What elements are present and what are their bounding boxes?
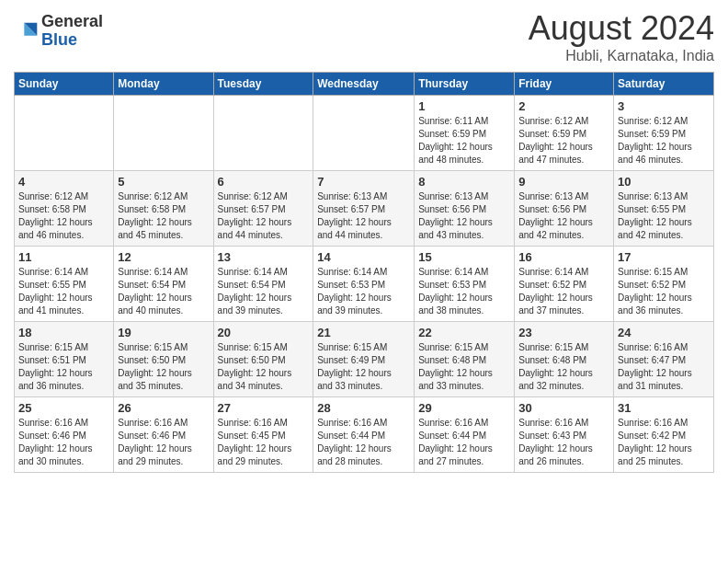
table-row: 24Sunrise: 6:16 AMSunset: 6:47 PMDayligh… [614,322,714,397]
day-number: 26 [118,401,209,415]
table-row: 8Sunrise: 6:13 AMSunset: 6:56 PMDaylight… [415,171,515,247]
location-subtitle: Hubli, Karnataka, India [529,48,714,64]
day-number: 3 [618,99,710,113]
day-number: 7 [317,175,410,189]
day-info: Sunrise: 6:12 AMSunset: 6:58 PMDaylight:… [118,190,209,242]
day-number: 28 [317,401,410,415]
day-number: 27 [218,401,310,415]
day-info: Sunrise: 6:14 AMSunset: 6:54 PMDaylight:… [218,266,310,317]
table-row: 17Sunrise: 6:15 AMSunset: 6:52 PMDayligh… [614,247,714,322]
day-number: 9 [518,175,609,189]
day-info: Sunrise: 6:14 AMSunset: 6:54 PMDaylight:… [118,266,209,317]
day-info: Sunrise: 6:15 AMSunset: 6:51 PMDaylight:… [18,341,109,393]
header-tuesday: Tuesday [213,73,313,96]
day-info: Sunrise: 6:13 AMSunset: 6:56 PMDaylight:… [418,190,510,242]
table-row: 22Sunrise: 6:15 AMSunset: 6:48 PMDayligh… [415,322,515,397]
day-info: Sunrise: 6:16 AMSunset: 6:42 PMDaylight:… [618,417,710,468]
day-number: 25 [18,401,109,415]
logo: General Blue [14,13,103,50]
day-number: 15 [418,250,510,264]
table-row [313,96,415,171]
calendar-header-row: Sunday Monday Tuesday Wednesday Thursday… [15,73,714,96]
page-container: General Blue August 2024 Hubli, Karnatak… [0,0,728,477]
day-number: 4 [18,175,109,189]
table-row: 9Sunrise: 6:13 AMSunset: 6:56 PMDaylight… [515,171,614,247]
day-number: 16 [518,250,609,264]
day-number: 18 [18,326,109,339]
table-row [15,96,114,171]
table-row: 18Sunrise: 6:15 AMSunset: 6:51 PMDayligh… [15,322,114,397]
table-row: 11Sunrise: 6:14 AMSunset: 6:55 PMDayligh… [15,247,114,322]
logo-blue-text: Blue [41,31,103,50]
table-row: 7Sunrise: 6:13 AMSunset: 6:57 PMDaylight… [313,171,415,247]
table-row: 4Sunrise: 6:12 AMSunset: 6:58 PMDaylight… [15,171,114,247]
logo-text: General Blue [41,13,103,50]
day-info: Sunrise: 6:12 AMSunset: 6:59 PMDaylight:… [618,115,710,167]
calendar-table: Sunday Monday Tuesday Wednesday Thursday… [14,72,714,473]
table-row: 31Sunrise: 6:16 AMSunset: 6:42 PMDayligh… [614,397,714,473]
day-info: Sunrise: 6:12 AMSunset: 6:58 PMDaylight:… [18,190,109,242]
day-number: 29 [418,401,510,415]
header-sunday: Sunday [15,73,114,96]
table-row: 28Sunrise: 6:16 AMSunset: 6:44 PMDayligh… [313,397,415,473]
table-row: 21Sunrise: 6:15 AMSunset: 6:49 PMDayligh… [313,322,415,397]
day-info: Sunrise: 6:14 AMSunset: 6:55 PMDaylight:… [18,266,109,317]
table-row: 20Sunrise: 6:15 AMSunset: 6:50 PMDayligh… [213,322,313,397]
day-number: 23 [518,326,609,339]
calendar-week-row: 18Sunrise: 6:15 AMSunset: 6:51 PMDayligh… [15,322,714,397]
day-number: 30 [518,401,609,415]
header-saturday: Saturday [614,73,714,96]
day-number: 21 [317,326,410,339]
header-thursday: Thursday [415,73,515,96]
table-row: 26Sunrise: 6:16 AMSunset: 6:46 PMDayligh… [114,397,213,473]
day-info: Sunrise: 6:15 AMSunset: 6:52 PMDaylight:… [618,266,710,317]
day-info: Sunrise: 6:16 AMSunset: 6:44 PMDaylight:… [418,417,510,468]
day-number: 22 [418,326,510,339]
table-row: 12Sunrise: 6:14 AMSunset: 6:54 PMDayligh… [114,247,213,322]
day-info: Sunrise: 6:16 AMSunset: 6:44 PMDaylight:… [317,417,410,468]
day-number: 17 [618,250,710,264]
day-number: 20 [218,326,310,339]
day-info: Sunrise: 6:13 AMSunset: 6:57 PMDaylight:… [317,190,410,242]
logo-icon [16,18,41,44]
header-friday: Friday [515,73,614,96]
calendar-week-row: 25Sunrise: 6:16 AMSunset: 6:46 PMDayligh… [15,397,714,473]
day-number: 2 [518,99,609,113]
table-row: 6Sunrise: 6:12 AMSunset: 6:57 PMDaylight… [213,171,313,247]
table-row: 16Sunrise: 6:14 AMSunset: 6:52 PMDayligh… [515,247,614,322]
day-info: Sunrise: 6:15 AMSunset: 6:48 PMDaylight:… [518,341,609,393]
day-number: 1 [418,99,510,113]
calendar-week-row: 1Sunrise: 6:11 AMSunset: 6:59 PMDaylight… [15,96,714,171]
table-row: 2Sunrise: 6:12 AMSunset: 6:59 PMDaylight… [515,96,614,171]
day-info: Sunrise: 6:14 AMSunset: 6:53 PMDaylight:… [418,266,510,317]
table-row: 19Sunrise: 6:15 AMSunset: 6:50 PMDayligh… [114,322,213,397]
table-row: 30Sunrise: 6:16 AMSunset: 6:43 PMDayligh… [515,397,614,473]
table-row: 14Sunrise: 6:14 AMSunset: 6:53 PMDayligh… [313,247,415,322]
table-row: 25Sunrise: 6:16 AMSunset: 6:46 PMDayligh… [15,397,114,473]
day-number: 19 [118,326,209,339]
day-info: Sunrise: 6:16 AMSunset: 6:45 PMDaylight:… [218,417,310,468]
day-number: 14 [317,250,410,264]
table-row: 27Sunrise: 6:16 AMSunset: 6:45 PMDayligh… [213,397,313,473]
day-info: Sunrise: 6:16 AMSunset: 6:43 PMDaylight:… [518,417,609,468]
day-info: Sunrise: 6:12 AMSunset: 6:57 PMDaylight:… [218,190,310,242]
day-info: Sunrise: 6:14 AMSunset: 6:52 PMDaylight:… [518,266,609,317]
header-monday: Monday [114,73,213,96]
day-number: 11 [18,250,109,264]
month-year-title: August 2024 [529,9,714,48]
day-info: Sunrise: 6:16 AMSunset: 6:46 PMDaylight:… [18,417,109,468]
day-number: 6 [218,175,310,189]
table-row: 23Sunrise: 6:15 AMSunset: 6:48 PMDayligh… [515,322,614,397]
day-info: Sunrise: 6:15 AMSunset: 6:48 PMDaylight:… [418,341,510,393]
day-number: 10 [618,175,710,189]
table-row: 5Sunrise: 6:12 AMSunset: 6:58 PMDaylight… [114,171,213,247]
day-info: Sunrise: 6:13 AMSunset: 6:55 PMDaylight:… [618,190,710,242]
day-info: Sunrise: 6:15 AMSunset: 6:50 PMDaylight:… [118,341,209,393]
table-row [213,96,313,171]
title-area: August 2024 Hubli, Karnataka, India [529,9,714,64]
day-number: 8 [418,175,510,189]
day-info: Sunrise: 6:14 AMSunset: 6:53 PMDaylight:… [317,266,410,317]
table-row: 29Sunrise: 6:16 AMSunset: 6:44 PMDayligh… [415,397,515,473]
day-info: Sunrise: 6:15 AMSunset: 6:49 PMDaylight:… [317,341,410,393]
day-info: Sunrise: 6:11 AMSunset: 6:59 PMDaylight:… [418,115,510,167]
